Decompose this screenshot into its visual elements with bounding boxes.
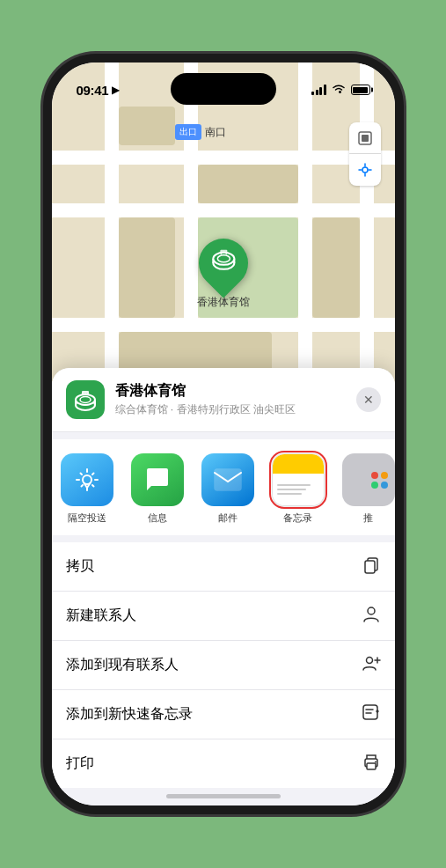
location-name: 香港体育馆 [115, 382, 346, 401]
add-contact-icon [362, 653, 381, 677]
svg-rect-26 [215, 469, 241, 490]
mail-icon-wrap [201, 453, 254, 506]
action-new-contact-label: 新建联系人 [66, 607, 136, 625]
print-icon [362, 752, 381, 776]
svg-point-29 [368, 607, 375, 614]
more-label: 推 [363, 511, 373, 525]
mail-label: 邮件 [218, 511, 238, 525]
share-row: 隔空投送 信息 邮件 [52, 439, 395, 535]
location-arrow-icon: ▶ [112, 84, 120, 96]
more-dots-row [371, 472, 388, 479]
status-icons [311, 84, 370, 97]
svg-rect-37 [367, 763, 376, 769]
close-button[interactable]: ✕ [356, 387, 381, 412]
notes-line [277, 484, 311, 486]
svg-rect-28 [365, 561, 375, 573]
more-dot-blue [381, 482, 388, 489]
action-print-label: 打印 [66, 754, 94, 773]
location-subtitle: 综合体育馆 · 香港特别行政区 油尖旺区 [115, 402, 346, 417]
notes-icon-inner [273, 454, 324, 505]
notes-lines [273, 474, 324, 505]
action-item-copy[interactable]: 拷贝 [52, 542, 395, 592]
map-block [198, 165, 298, 203]
airdrop-label: 隔空投送 [68, 511, 106, 525]
map-layer-button[interactable] [349, 122, 381, 154]
action-item-quick-note[interactable]: 添加到新快速备忘录 [52, 690, 395, 739]
share-item-message[interactable]: 信息 [122, 453, 193, 525]
notes-label: 备忘录 [283, 511, 312, 525]
stadium-pin [188, 228, 258, 298]
map-location-button[interactable] [349, 154, 381, 186]
action-item-add-contact[interactable]: 添加到现有联系人 [52, 641, 395, 690]
stadium-marker: 香港体育馆 [197, 239, 250, 310]
action-copy-label: 拷贝 [66, 557, 94, 576]
map-road [52, 318, 395, 332]
location-venue-icon [66, 380, 105, 419]
notes-top [273, 454, 324, 474]
share-item-more[interactable]: 推 [333, 453, 395, 525]
map-controls [349, 122, 381, 186]
airdrop-icon-wrap [61, 453, 113, 506]
share-item-mail[interactable]: 邮件 [193, 453, 263, 525]
svg-rect-15 [220, 250, 227, 253]
action-quick-note-label: 添加到新快速备忘录 [66, 705, 193, 724]
notes-line [277, 489, 307, 490]
map-label: 出口 南口 [175, 124, 226, 140]
action-list: 拷贝 新建联系人 添 [52, 542, 395, 788]
map-exit-tag: 出口 [175, 124, 201, 140]
action-add-contact-label: 添加到现有联系人 [66, 656, 179, 674]
action-item-new-contact[interactable]: 新建联系人 [52, 592, 395, 641]
more-dots-row2 [371, 482, 388, 489]
svg-rect-24 [82, 391, 89, 394]
map-block [119, 217, 175, 318]
bottom-sheet: 香港体育馆 综合体育馆 · 香港特别行政区 油尖旺区 ✕ [52, 368, 395, 805]
notes-icon-wrap [272, 453, 325, 506]
share-item-notes[interactable]: 备忘录 [263, 453, 333, 525]
svg-point-38 [375, 761, 377, 763]
dynamic-island [171, 73, 276, 105]
map-block [312, 217, 360, 318]
location-card: 香港体育馆 综合体育馆 · 香港特别行政区 油尖旺区 ✕ [52, 368, 395, 432]
battery-icon [351, 85, 370, 95]
svg-rect-1 [362, 135, 369, 142]
more-dot-orange [381, 472, 388, 479]
phone-frame: 09:41 ▶ [52, 63, 395, 805]
map-road [52, 151, 395, 165]
signal-icon [311, 85, 326, 95]
map-road [52, 203, 395, 217]
svg-point-30 [366, 658, 372, 664]
map-exit-name: 南口 [205, 125, 226, 140]
svg-rect-33 [363, 705, 377, 719]
close-icon: ✕ [363, 393, 374, 407]
quick-note-icon [362, 702, 381, 726]
wifi-icon [332, 84, 346, 97]
message-label: 信息 [148, 511, 167, 525]
stadium-icon [210, 247, 237, 280]
new-contact-icon [362, 604, 381, 628]
svg-point-2 [362, 167, 368, 173]
map-block [119, 107, 175, 145]
action-item-print[interactable]: 打印 [52, 739, 395, 788]
location-info: 香港体育馆 综合体育馆 · 香港特别行政区 油尖旺区 [115, 382, 346, 417]
copy-icon [362, 555, 381, 578]
home-indicator [166, 794, 281, 798]
message-icon-wrap [131, 453, 184, 506]
status-time: 09:41 [77, 83, 109, 98]
more-dot-green [371, 482, 378, 489]
more-dot-red [371, 472, 378, 479]
share-item-airdrop[interactable]: 隔空投送 [52, 453, 122, 525]
notes-line [277, 493, 303, 495]
more-icon-wrap [342, 453, 395, 506]
